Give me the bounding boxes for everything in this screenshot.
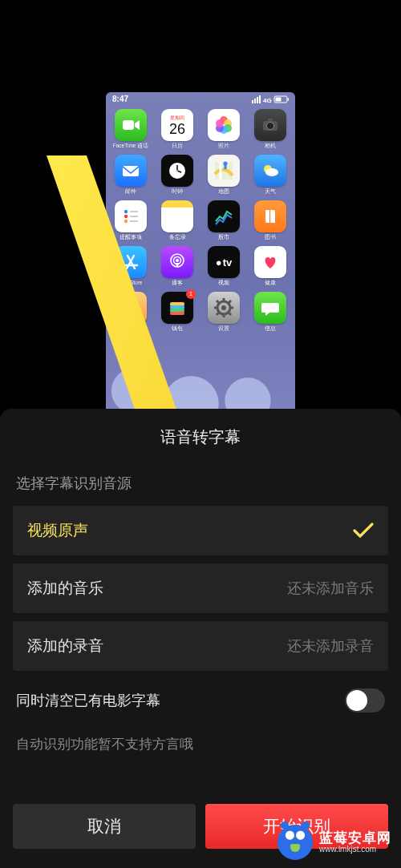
option-label: 添加的录音	[27, 636, 103, 656]
option-label: 添加的音乐	[27, 578, 103, 599]
phone-app: 时钟	[157, 155, 197, 196]
svg-line-54	[217, 313, 219, 315]
phone-app: 家庭	[111, 292, 151, 333]
phone-app: 备忘录	[157, 200, 197, 241]
phone-app: 星期四26日历	[157, 109, 197, 150]
messages-icon	[254, 292, 286, 324]
phone-app: 设置	[204, 292, 244, 333]
source-section-label: 选择字幕识别音源	[0, 467, 401, 506]
watermark-url: www.lmkjst.com	[319, 846, 391, 854]
source-options: 视频原声 添加的音乐 还未添加音乐 添加的录音 还未添加录音	[0, 506, 401, 671]
phone-app: 地图	[204, 155, 244, 196]
wallet-icon: 1	[161, 292, 193, 324]
phone-status-bar: 8:47 4G	[106, 92, 295, 104]
svg-point-46	[221, 305, 226, 310]
clear-subtitles-row: 同时清空已有电影字幕	[0, 671, 401, 713]
reminders-icon	[115, 200, 147, 232]
phone-status-icons: 4G	[252, 95, 289, 103]
svg-rect-33	[269, 210, 270, 223]
watermark-name: 蓝莓安卓网	[319, 831, 391, 846]
app-label: 钱包	[172, 325, 183, 333]
phone-app-grid: FaceTime 通话星期四26日历照片相机邮件时钟地图天气提醒事项备忘录股市图…	[106, 104, 295, 417]
phone-app: 邮件	[111, 155, 151, 196]
cancel-button[interactable]: 取消	[13, 804, 196, 849]
svg-rect-0	[252, 100, 253, 103]
phone-screenshot: 8:47 4G FaceTime 通话星期四26日历照片相机邮件时钟地图天气提醒…	[106, 92, 295, 417]
svg-text:4G: 4G	[263, 97, 272, 103]
phone-app: 股市	[204, 200, 244, 241]
app-label: 照片	[218, 143, 229, 150]
calendar-icon: 星期四26	[161, 109, 193, 141]
phone-app: ●tv视频	[204, 246, 244, 287]
app-label: FaceTime 通话	[113, 143, 148, 150]
clear-subtitles-toggle[interactable]	[345, 688, 385, 713]
app-label: App Store	[119, 280, 143, 285]
svg-point-27	[124, 210, 128, 213]
app-label: 备忘录	[169, 234, 186, 241]
svg-line-52	[229, 313, 231, 315]
camera-icon	[254, 109, 286, 141]
health-icon	[254, 246, 286, 278]
svg-rect-17	[268, 119, 273, 122]
app-label: 天气	[265, 188, 276, 196]
option-trailing: 还未添加录音	[287, 636, 374, 656]
svg-point-16	[267, 123, 274, 130]
mascot-icon	[277, 825, 313, 860]
phone-app: 信息	[250, 292, 290, 333]
phone-app: 1钱包	[157, 292, 197, 333]
app-label: 设置	[218, 325, 229, 333]
svg-point-29	[124, 220, 128, 223]
option-added-music[interactable]: 添加的音乐 还未添加音乐	[13, 563, 388, 613]
svg-rect-40	[129, 309, 132, 314]
subtitle-sheet: 语音转字幕 选择字幕识别音源 视频原声 添加的音乐 还未添加音乐 添加的录音 还…	[0, 409, 401, 868]
phone-app: 天气	[250, 155, 290, 196]
app-label: 图书	[265, 234, 276, 241]
maps-icon	[208, 155, 240, 187]
app-label: 相机	[265, 143, 276, 150]
svg-point-22	[176, 170, 178, 172]
phone-app: 相机	[250, 109, 290, 150]
svg-rect-8	[123, 120, 134, 130]
appstore-icon	[115, 246, 147, 278]
svg-rect-3	[259, 95, 261, 103]
app-icon	[161, 200, 193, 232]
svg-point-24	[224, 162, 228, 166]
podcasts-icon	[161, 246, 193, 278]
app-label: 日历	[172, 143, 183, 150]
home-icon	[115, 292, 147, 324]
svg-rect-31	[130, 216, 138, 217]
photos-icon	[208, 109, 240, 141]
svg-rect-2	[257, 97, 258, 103]
app-label: 提醒事项	[119, 234, 142, 241]
phone-app: 图书	[250, 200, 290, 241]
app-label: 视频	[218, 280, 229, 287]
svg-rect-32	[130, 220, 138, 222]
phone-app: 提醒事项	[111, 200, 151, 241]
books-icon	[254, 200, 286, 232]
svg-line-51	[217, 301, 219, 303]
app-label: 时钟	[172, 188, 183, 196]
app-label: 播客	[172, 280, 183, 287]
site-watermark: 蓝莓安卓网 www.lmkjst.com	[274, 823, 395, 862]
facetime-icon	[115, 109, 147, 141]
option-added-recording[interactable]: 添加的录音 还未添加录音	[13, 621, 388, 671]
svg-rect-18	[123, 166, 139, 176]
phone-app: 健康	[250, 246, 290, 287]
svg-rect-6	[276, 98, 282, 102]
svg-point-39	[176, 259, 179, 262]
app-label: 家庭	[125, 325, 136, 333]
phone-app: App Store	[111, 246, 151, 287]
svg-rect-7	[288, 99, 290, 101]
check-icon	[353, 523, 374, 539]
stocks-icon	[208, 200, 240, 232]
phone-app: 播客	[157, 246, 197, 287]
option-label: 视频原声	[27, 520, 88, 541]
app-label: 地图	[218, 188, 229, 196]
svg-rect-44	[170, 312, 184, 315]
dialect-hint: 自动识别功能暂不支持方言哦	[0, 713, 401, 753]
option-video-original[interactable]: 视频原声	[13, 506, 388, 555]
weather-icon	[254, 155, 286, 187]
clock-icon	[161, 155, 193, 187]
phone-app: FaceTime 通话	[111, 109, 151, 150]
option-trailing: 还未添加音乐	[287, 579, 374, 598]
